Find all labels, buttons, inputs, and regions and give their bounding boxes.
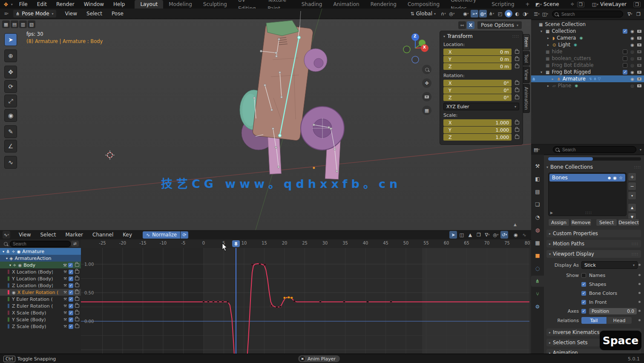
zoom-icon[interactable] <box>422 65 431 74</box>
modifier-wrench-icon[interactable]: ⚒ <box>63 304 67 308</box>
modifier-wrench-icon[interactable]: ⚒ <box>63 311 67 315</box>
panel-viewport-display[interactable]: ▾ Viewport Display :::: <box>546 250 641 258</box>
lock-icon[interactable] <box>515 81 519 85</box>
expand-arrow-icon[interactable]: ▾ <box>540 29 546 33</box>
modifier-wrench-icon[interactable]: ⚒ <box>63 283 67 288</box>
solo-dot-icon[interactable]: ● <box>608 176 611 180</box>
transform-field[interactable]: X0 m <box>443 49 512 55</box>
animate-dot[interactable] <box>638 264 641 266</box>
checkbox-names[interactable] <box>581 273 586 278</box>
transform-field[interactable]: Y0 m <box>443 56 512 63</box>
pin-icon[interactable]: ✧ <box>12 249 15 254</box>
add-workspace-button[interactable]: + <box>520 0 535 9</box>
workspace-tab-animation[interactable]: Animation <box>328 0 365 9</box>
outliner-row-frog-bot-rigged[interactable]: ▾▦Frog Bot Rigged✓◉ <box>531 69 644 75</box>
modifier-wrench-icon[interactable]: ⚒ <box>63 270 67 274</box>
animate-dot[interactable] <box>638 283 641 285</box>
lock-icon[interactable] <box>515 96 519 99</box>
display-mode-icon[interactable]: ◫▾ <box>541 10 549 18</box>
proportional-edit-icon[interactable]: ◎▾ <box>492 231 500 239</box>
panel-drag-handle[interactable]: :::: <box>632 242 638 246</box>
perspective-grid-icon[interactable]: ▦ <box>422 106 431 115</box>
remove-button[interactable]: Remove <box>570 219 592 226</box>
selectable-checkbox[interactable] <box>623 56 627 61</box>
relations-tail-button[interactable]: Tail <box>581 317 607 324</box>
outliner-search-input[interactable] <box>561 12 621 17</box>
properties-tab-object-data[interactable]: ⋔ <box>531 276 544 287</box>
blender-logo-icon[interactable]: ❖ <box>3 1 9 8</box>
eye-icon[interactable]: ◉ <box>18 263 22 268</box>
viewlayer-icon[interactable]: ◫ <box>592 2 596 7</box>
transform-field[interactable]: Z0 m <box>443 63 512 70</box>
lock-icon[interactable] <box>515 50 519 54</box>
graph-menu-channel[interactable]: Channel <box>88 230 118 239</box>
lock-icon[interactable] <box>75 318 79 321</box>
keyframe[interactable] <box>221 300 224 303</box>
pan-hand-icon[interactable]: ✥ <box>422 78 431 88</box>
keyframe-selected[interactable] <box>290 297 293 299</box>
timeline-ruler[interactable]: -25-20-15-10-505101520253035404550556065… <box>81 239 529 248</box>
graph-menu-select[interactable]: Select <box>35 230 60 239</box>
disable-render-camera-icon[interactable] <box>637 43 641 46</box>
properties-tab-bone[interactable]: ⑂ <box>531 288 544 300</box>
normalize-toggle[interactable]: ∿ Normalize <box>143 231 180 239</box>
channel-row[interactable]: ◉X Euler Rotation (Bo⚒✓ <box>0 289 81 296</box>
disable-render-camera-icon[interactable] <box>637 50 641 53</box>
expand-arrow-icon[interactable]: ▸ <box>547 36 552 40</box>
hide-viewport-eye-icon[interactable]: ◉ <box>630 36 634 40</box>
keyframe[interactable] <box>390 300 392 303</box>
hide-viewport-eye-icon[interactable]: ◉ <box>630 77 634 81</box>
workspace-tab-rendering[interactable]: Rendering <box>365 0 402 9</box>
keyframe[interactable] <box>212 300 215 303</box>
channel-enable-checkbox[interactable]: ✓ <box>69 311 73 315</box>
workspace-tab-modeling[interactable]: Modeling <box>163 0 198 9</box>
keyframe[interactable] <box>270 305 273 307</box>
outliner-row-camera[interactable]: ▸◗Camera◉◉ <box>531 35 644 41</box>
hide-viewport-eye-icon[interactable]: ◎ <box>630 63 634 68</box>
axes-checkbox[interactable]: ✓ <box>581 309 586 314</box>
lock-icon[interactable] <box>75 277 79 280</box>
animate-dot[interactable] <box>638 301 641 303</box>
expand-arrow-icon[interactable]: ▸ <box>552 77 557 81</box>
expand-arrow-icon[interactable]: ▸ <box>547 43 552 47</box>
hide-viewport-eye-icon[interactable]: ◎ <box>630 84 634 88</box>
chevron-down-icon[interactable]: ▾ <box>540 3 542 6</box>
workspace-tab-shading[interactable]: Shading <box>296 0 328 9</box>
chevron-down-icon[interactable]: ▾ <box>597 3 598 6</box>
properties-tab-view-layer[interactable]: ❏ <box>531 199 544 210</box>
keyframe[interactable] <box>217 300 219 303</box>
properties-tab-collection[interactable]: ▦ <box>531 237 544 248</box>
disable-render-camera-icon[interactable] <box>637 30 641 33</box>
expand-arrow-icon[interactable]: ▶ <box>550 211 553 215</box>
properties-tab-tool[interactable]: ⚒ <box>531 161 544 172</box>
modifier-wrench-icon[interactable]: ⚒ <box>63 317 67 322</box>
tree-row-armature[interactable]: ▾ ⋔ ✧ ◉ Armature <box>0 248 81 255</box>
anim-player-badge[interactable]: ✖ Anim Player <box>298 355 340 362</box>
keyframe[interactable] <box>276 306 278 308</box>
viewport-corner-collapse-icon[interactable]: ▲ <box>514 222 517 227</box>
channel-row[interactable]: Z Scale (Body)⚒✓ <box>0 323 81 330</box>
assign-button[interactable]: Assign <box>548 219 569 226</box>
checkbox-in-front[interactable]: ✓ <box>581 300 586 305</box>
menu-render[interactable]: Render <box>52 0 79 9</box>
progress-slider[interactable] <box>548 157 641 161</box>
channel-row[interactable]: Z Euler Rotation (Bo⚒✓ <box>0 302 81 309</box>
relations-head-button[interactable]: Head <box>607 317 632 324</box>
pin-icon[interactable]: ✧ <box>13 263 16 268</box>
snap-icon[interactable]: ◉ <box>512 231 520 239</box>
expand-arrow-icon[interactable]: ▾ <box>540 70 546 74</box>
transform-field[interactable]: Y1.000 <box>443 127 512 133</box>
keyframe[interactable] <box>279 305 282 308</box>
transform-field[interactable]: X1.000 <box>443 119 512 126</box>
properties-tab-physics[interactable]: ◌ <box>531 263 544 274</box>
properties-tab-output[interactable]: ▤ <box>531 186 544 197</box>
keyframe[interactable] <box>259 263 261 265</box>
camera-view-icon[interactable] <box>422 92 431 101</box>
keyframe[interactable] <box>251 263 253 266</box>
list-resize-grip[interactable]: :::: <box>585 210 592 215</box>
tree-row-action[interactable]: ▾ ◈ ArmatureAction <box>0 255 81 262</box>
outliner-row-light[interactable]: ▸⊙Light◉◉ <box>531 41 644 48</box>
properties-tab-scene[interactable]: ◔ <box>531 212 544 223</box>
outliner-row-scene-collection[interactable]: ▦Scene Collection <box>531 21 644 28</box>
panel-drag-handle[interactable]: :::: <box>632 252 638 256</box>
